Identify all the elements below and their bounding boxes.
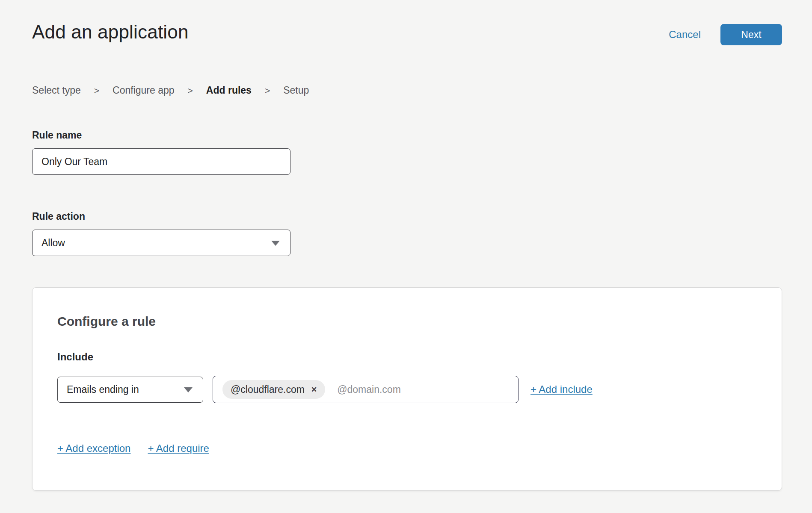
configure-rule-card: Configure a rule Include Emails ending i…	[32, 287, 782, 491]
breadcrumb-step-add-rules: Add rules	[206, 85, 252, 96]
include-label: Include	[57, 351, 757, 363]
remove-tag-icon[interactable]: ✕	[311, 386, 317, 393]
breadcrumb: Select type > Configure app > Add rules …	[32, 85, 782, 96]
breadcrumb-step-select-type[interactable]: Select type	[32, 85, 81, 96]
include-rule-row: Emails ending in @cloudflare.com ✕ + Add…	[57, 376, 757, 403]
rule-name-label: Rule name	[32, 130, 782, 141]
header-actions: Cancel Next	[669, 24, 782, 45]
rule-action-label: Rule action	[32, 211, 782, 222]
cancel-button[interactable]: Cancel	[669, 29, 701, 41]
add-exception-link[interactable]: + Add exception	[57, 442, 130, 454]
email-domain-tag: @cloudflare.com ✕	[222, 380, 325, 399]
rule-name-section: Rule name	[32, 130, 782, 175]
breadcrumb-separator-icon: >	[188, 86, 193, 96]
rule-action-section: Rule action Allow	[32, 211, 782, 256]
breadcrumb-separator-icon: >	[265, 86, 270, 96]
breadcrumb-step-configure-app[interactable]: Configure app	[113, 85, 175, 96]
include-selector-select[interactable]: Emails ending in	[57, 377, 203, 403]
breadcrumb-step-setup[interactable]: Setup	[283, 85, 309, 96]
next-button[interactable]: Next	[720, 24, 782, 45]
include-selector-value: Emails ending in	[67, 384, 139, 395]
page-header: Add an application Cancel Next	[32, 21, 782, 45]
rule-card-links: + Add exception + Add require	[57, 442, 757, 454]
add-application-page: Add an application Cancel Next Select ty…	[0, 0, 812, 491]
include-value-tag-input[interactable]: @cloudflare.com ✕	[213, 376, 519, 403]
add-include-link[interactable]: + Add include	[530, 383, 593, 395]
breadcrumb-separator-icon: >	[94, 86, 99, 96]
email-domain-tag-label: @cloudflare.com	[231, 384, 305, 395]
page-title: Add an application	[32, 21, 189, 43]
rule-action-select[interactable]: Allow	[32, 230, 290, 256]
configure-rule-title: Configure a rule	[57, 314, 757, 329]
chevron-down-icon	[184, 387, 193, 392]
rule-name-input[interactable]	[32, 148, 290, 175]
add-require-link[interactable]: + Add require	[148, 442, 209, 454]
rule-action-selected-value: Allow	[41, 237, 65, 249]
email-domain-input[interactable]	[337, 384, 513, 395]
chevron-down-icon	[271, 241, 280, 246]
